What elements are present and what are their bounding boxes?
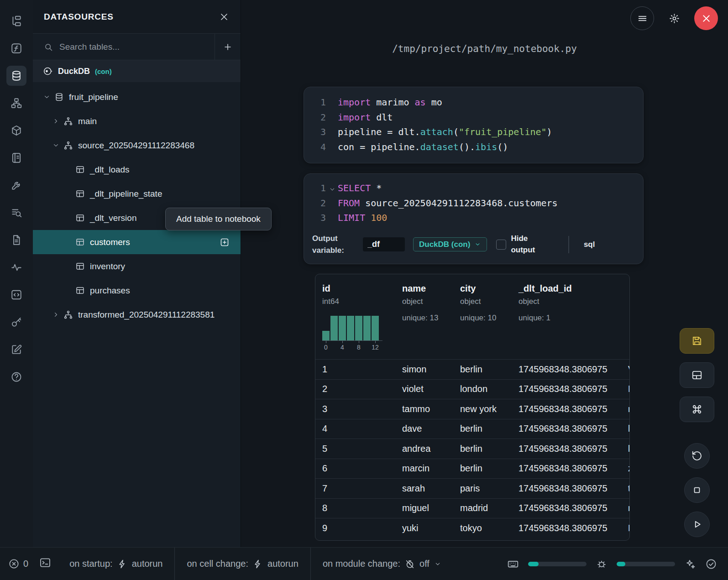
rail-tree-structure-button[interactable] xyxy=(6,11,26,31)
code-line[interactable]: 3LIMIT 100 xyxy=(304,210,643,225)
datasources-header: DATASOURCES xyxy=(33,0,241,34)
table-cell: tammo xyxy=(395,404,453,414)
rail-key-button[interactable] xyxy=(6,312,26,332)
table-row[interactable]: 6marcinberlin1745968348.3806975z xyxy=(315,459,629,479)
save-button[interactable] xyxy=(680,328,714,354)
tree-item-_dlt_pipeline_state[interactable]: _dlt_pipeline_state xyxy=(33,182,241,206)
tree-item-inventory[interactable]: inventory xyxy=(33,254,241,278)
undo-button[interactable] xyxy=(684,443,710,469)
rail-notebook-button[interactable] xyxy=(6,148,26,168)
code-line[interactable]: 2FROM source_202504291112283468.customer… xyxy=(304,196,643,211)
code-line[interactable]: 1SELECT * xyxy=(304,181,643,196)
tree-item-customers[interactable]: customers xyxy=(33,230,241,254)
add-datasource-button[interactable] xyxy=(215,34,241,60)
fold-chevron-icon[interactable] xyxy=(329,184,336,192)
python-code: 1import marimo as mo2import dlt3pipeline… xyxy=(304,95,643,154)
error-indicator[interactable]: 0 xyxy=(0,558,33,570)
tree-item-_dlt_loads[interactable]: _dlt_loads xyxy=(33,157,241,182)
rail-edit-note-button[interactable] xyxy=(6,340,26,360)
search-field[interactable] xyxy=(33,34,215,60)
engine-select-dropdown[interactable]: DuckDB (con) xyxy=(413,237,487,251)
layout-button[interactable] xyxy=(680,362,714,388)
bug-slider[interactable] xyxy=(617,562,675,566)
terminal-button[interactable] xyxy=(33,557,58,571)
chevron-down-icon xyxy=(434,560,441,568)
code-line[interactable]: 4con = pipeline.dataset().ibis() xyxy=(304,140,643,155)
code-line[interactable]: 1import marimo as mo xyxy=(304,95,643,110)
duckdb-connection-row[interactable]: DuckDB (con) xyxy=(33,60,241,82)
run-button[interactable] xyxy=(684,512,710,537)
column-header-name[interactable]: nameobjectunique: 13 xyxy=(395,274,453,359)
rail-code-box-button[interactable] xyxy=(6,285,26,305)
table-row[interactable]: 7sarahparis1745968348.3806975t xyxy=(315,478,629,498)
code-text: con = pipeline.dataset().ibis() xyxy=(326,141,508,152)
error-count: 0 xyxy=(23,559,28,569)
menu-button[interactable] xyxy=(630,6,654,30)
table-row[interactable]: 2violetlondon1745968348.3806975D xyxy=(315,379,629,399)
keyboard-slider[interactable] xyxy=(528,562,587,566)
settings-button[interactable] xyxy=(662,6,686,30)
close-app-button[interactable] xyxy=(694,6,718,30)
table-cell: 1745968348.3806975 xyxy=(512,463,621,474)
rail-hierarchy-button[interactable] xyxy=(6,93,26,113)
tree-item-fruit_pipeline[interactable]: fruit_pipeline xyxy=(33,85,241,109)
tree-item-purchases[interactable]: purchases xyxy=(33,278,241,303)
hide-output-checkbox[interactable] xyxy=(496,240,506,250)
id-histogram[interactable]: 04812 xyxy=(322,314,382,351)
notebook-path[interactable]: /tmp/project/path/my_notebook.py xyxy=(241,43,728,54)
table-cell: berlin xyxy=(453,423,512,434)
table-row[interactable]: 8miguelmadrid1745968348.3806975r xyxy=(315,498,629,518)
column-header-_dlt_load_id[interactable]: _dlt_load_idobjectunique: 1 xyxy=(512,274,621,359)
column-header-clipped[interactable] xyxy=(621,274,629,359)
rail-database-button[interactable] xyxy=(6,66,26,86)
close-panel-button[interactable] xyxy=(219,11,230,22)
rail-function-square-button[interactable] xyxy=(6,38,26,58)
code-line[interactable]: 2import dlt xyxy=(304,110,643,125)
tree-item-source_202504291112283468[interactable]: source_202504291112283468 xyxy=(33,133,241,157)
stop-button[interactable] xyxy=(684,477,710,503)
python-cell[interactable]: 1import marimo as mo2import dlt3pipeline… xyxy=(304,87,644,163)
output-variable-input[interactable] xyxy=(363,237,405,251)
column-header-city[interactable]: cityobjectunique: 10 xyxy=(453,274,512,359)
rail-document-button[interactable] xyxy=(6,230,26,250)
sparkles-icon[interactable] xyxy=(684,558,696,570)
rail-box-button[interactable] xyxy=(6,120,26,141)
query-result-table[interactable]: idint6404812nameobjectunique: 13cityobje… xyxy=(315,274,630,541)
rail-list-search-button[interactable] xyxy=(6,203,26,223)
command-palette-button[interactable] xyxy=(680,397,714,422)
table-cell: simon xyxy=(395,364,453,375)
tree-item-transformed_202504291112283581[interactable]: transformed_202504291112283581 xyxy=(33,303,241,327)
tree-item-main[interactable]: main xyxy=(33,109,241,133)
table-cell: miguel xyxy=(395,503,453,513)
rail-help-button[interactable] xyxy=(6,367,26,387)
rail-toolbox-button[interactable] xyxy=(6,175,26,195)
statusbar-item-2[interactable]: on module change:off xyxy=(310,548,453,580)
table-cell: 5 xyxy=(315,444,395,454)
table-cell: 2 xyxy=(315,384,395,394)
statusbar-item-1[interactable]: on cell change:autorun xyxy=(174,548,310,580)
tree-item-label: main xyxy=(78,116,97,126)
table-cell: 3 xyxy=(315,404,395,414)
sql-cell[interactable]: 1SELECT *2FROM source_202504291112283468… xyxy=(304,173,644,264)
add-table-tooltip: Add table to notebook xyxy=(165,208,272,230)
table-row[interactable]: 5andreaberlin1745968348.3806975k xyxy=(315,439,629,459)
table-row[interactable]: 1simonberlin1745968348.3806975V xyxy=(315,359,629,379)
error-circle-icon xyxy=(8,558,20,570)
table-cell: tokyo xyxy=(453,523,512,533)
table-row[interactable]: 4daveberlin1745968348.3806975h xyxy=(315,419,629,439)
table-cell: D xyxy=(621,384,629,394)
tree-item-label: _dlt_version xyxy=(90,213,136,223)
table-row[interactable]: 3tammonew york1745968348.3806975r xyxy=(315,399,629,419)
code-text: import dlt xyxy=(326,112,393,123)
check-circle-icon[interactable] xyxy=(705,558,717,570)
table-cell: k xyxy=(621,444,629,454)
statusbar-item-0[interactable]: on startup:autorun xyxy=(58,548,174,580)
code-line[interactable]: 3pipeline = dlt.attach("fruit_pipeline") xyxy=(304,125,643,140)
table-cell: 7 xyxy=(315,483,395,494)
table-row[interactable]: 9yukitokyo1745968348.3806975E xyxy=(315,518,629,538)
table-icon xyxy=(75,286,85,295)
search-input[interactable] xyxy=(59,42,187,52)
column-header-id[interactable]: idint6404812 xyxy=(315,274,395,359)
rail-activity-button[interactable] xyxy=(6,257,26,277)
add-table-button[interactable] xyxy=(220,237,230,247)
